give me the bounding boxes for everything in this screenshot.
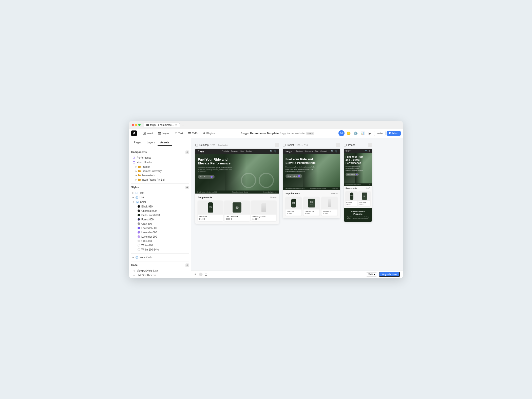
tab-pages[interactable]: Pages	[131, 140, 144, 146]
search-icon[interactable]: 🔍	[270, 150, 273, 153]
phone-shop-button[interactable]: Shop Products	[346, 173, 359, 176]
nav-company[interactable]: Company	[231, 150, 238, 152]
view-all-link[interactable]: View All	[270, 196, 276, 198]
invite-button[interactable]: Invite	[374, 131, 386, 136]
desktop-shop-button[interactable]: Shop Products	[198, 175, 215, 179]
add-code-button[interactable]: +	[185, 263, 189, 267]
product-slow-carb[interactable]: SLOWCARB Slow Carb 24,99 €	[198, 201, 223, 221]
analytics-button[interactable]: 📊	[360, 130, 366, 136]
t-product-slow-carb[interactable]: SLOWCARB Slow Carb 24,99 €	[286, 197, 301, 216]
t-nav-products[interactable]: Products	[296, 150, 303, 152]
phone-preview: fnrgy 🔍 ☰	[344, 149, 372, 222]
t-cart-icon[interactable]: 🛒	[335, 150, 337, 153]
color-gray-500[interactable]: Gray-500	[136, 222, 189, 226]
nav-products[interactable]: Products	[222, 150, 229, 152]
nav-contact[interactable]: Contact	[246, 150, 252, 152]
cart-icon[interactable]: 🛒	[274, 150, 276, 153]
tablet-shop-button[interactable]: Shop Products	[286, 174, 302, 178]
zoom-chevron: ▾	[374, 273, 375, 276]
color-lavender-200[interactable]: Lavender-200	[136, 235, 189, 239]
color-white-100[interactable]: White-100	[136, 243, 189, 248]
color-lavender-300[interactable]: Lavender-300	[136, 230, 189, 235]
svg-rect-5	[158, 134, 161, 135]
publish-button[interactable]: Publish	[387, 131, 401, 136]
t-nav-contact[interactable]: Contact	[320, 150, 327, 152]
tab-layers[interactable]: Layers	[144, 140, 158, 146]
p-search-icon[interactable]: 🔍	[365, 150, 368, 152]
tablet-hero-desc: Premium supplements for cyclists, crafte…	[286, 166, 318, 172]
sidebar-item-color[interactable]: ▼ Color	[131, 200, 189, 204]
nav-blog[interactable]: Blog	[240, 150, 244, 152]
t-fast-carb-price: 29,99 €	[305, 213, 318, 214]
sidebar-item-text[interactable]: ▶ T Text	[131, 191, 189, 195]
add-breakpoint-button[interactable]: +	[275, 143, 279, 147]
settings-button[interactable]: ⚙️	[353, 130, 359, 136]
code-hide-scrollbar[interactable]: </> HideScrollbar.tsx	[131, 273, 189, 278]
phone-frame-icon	[344, 144, 347, 146]
tab-close[interactable]: ✕	[175, 124, 177, 126]
tab-assets[interactable]: Assets	[158, 140, 172, 146]
group-framestack[interactable]: ▶ Framestack	[134, 173, 189, 178]
new-tab-button[interactable]: +	[181, 123, 185, 127]
swatch-white-100	[138, 244, 140, 246]
insert-button[interactable]: Insert	[141, 131, 155, 136]
t-view-all-link[interactable]: View All	[331, 193, 337, 194]
code-preloader[interactable]: </> PreloaderOnce.tsx	[131, 278, 189, 278]
cursor-tool[interactable]: ↖	[194, 273, 197, 276]
group-insert-frame[interactable]: ▶ Insert Frame Pty Ltd	[134, 178, 189, 182]
cms-button[interactable]: CMS	[186, 131, 199, 136]
add-component-button[interactable]: +	[185, 150, 189, 154]
framer-logo[interactable]	[131, 130, 137, 136]
folder-icon-4	[138, 178, 141, 181]
color-forest-800[interactable]: Forest-800	[136, 217, 189, 222]
color-charcoal-900[interactable]: Charcoal-900	[136, 209, 189, 213]
user-avatar[interactable]: BS	[338, 130, 345, 136]
t-product-recovery[interactable]: Recovery Sh... 24,99 €	[321, 197, 337, 216]
layout-button[interactable]: Layout	[156, 131, 171, 136]
tablet-hero-title: Fuel Your Ride andElevate Performance	[286, 158, 318, 165]
add-style-button[interactable]: +	[185, 186, 189, 189]
emoji-button[interactable]: 🙂	[346, 130, 352, 136]
product-recovery[interactable]: Recovery Shake 24,99 €	[251, 201, 276, 221]
square-tool[interactable]: ◻	[205, 273, 207, 276]
p-product-fast-carb[interactable]: FASTCARB Fast Carb H... 29,99 €	[358, 191, 370, 206]
p-product-slow-carb[interactable]: SLOWCARB Slow Carb 24,99 €	[346, 191, 357, 206]
components-header: Components +	[131, 150, 189, 154]
plugins-button[interactable]: Plugins	[201, 131, 217, 136]
code-viewport-height[interactable]: </> ViewportHeight.tsx	[131, 269, 189, 273]
slow-carb-bottle-label: SLOWCARB	[209, 206, 212, 209]
tablet-logo: fnrgy	[286, 150, 292, 153]
color-style-label: Color	[140, 201, 146, 203]
component-icon	[132, 156, 136, 159]
preview-button[interactable]: ▶	[367, 130, 373, 136]
text-button[interactable]: T Text	[173, 131, 185, 136]
canvas-content[interactable]: Desktop 1200 Breakpoint + fnrgy Products…	[191, 138, 403, 271]
sidebar-item-link[interactable]: ▶ L Link	[131, 195, 189, 200]
color-lavender-500[interactable]: Lavender-500	[136, 226, 189, 230]
color-gray-150[interactable]: Gray-150	[136, 239, 189, 243]
circle-tool[interactable]: ⚪	[199, 273, 203, 276]
t-nav-blog[interactable]: Blog	[315, 150, 318, 152]
t-search-icon[interactable]: 🔍	[331, 150, 334, 153]
upgrade-now-button[interactable]: Upgrade Now	[379, 272, 400, 277]
fast-carb-img: FASTCARBHEAT	[224, 201, 250, 215]
add-tablet-button[interactable]: +	[336, 143, 340, 147]
link-style-icon: L	[135, 196, 138, 199]
color-dark-forest[interactable]: Dark-Forest-900	[136, 213, 189, 217]
browser-tab[interactable]: fnrgy - Ecommerce... ✕	[144, 123, 180, 127]
zoom-control[interactable]: 49% ▾	[366, 272, 377, 277]
color-white-64[interactable]: White-100 64%	[136, 248, 189, 252]
t-nav-company[interactable]: Company	[305, 150, 313, 152]
sidebar-item-performance[interactable]: Performance	[131, 156, 189, 160]
t-product-fast-carb[interactable]: FASTCARBHEAT Fast Carb He... 29,99 €	[303, 197, 319, 216]
sidebar-item-video-header[interactable]: Video Header	[131, 160, 189, 165]
p-menu-icon[interactable]: ☰	[369, 150, 370, 152]
p-view-all[interactable]: View All	[366, 187, 370, 189]
product-fast-carb[interactable]: FASTCARBHEAT Fast Carb Heat 29,99 €	[224, 201, 250, 221]
group-framer[interactable]: ▶ Framer	[134, 165, 189, 169]
color-black-999[interactable]: Black-999	[136, 204, 189, 209]
group-framer-university[interactable]: ▶ Framer University	[134, 169, 189, 173]
sidebar-item-inline-code[interactable]: ▶ {} Inline Code	[131, 255, 189, 260]
add-phone-button[interactable]: +	[368, 143, 372, 147]
tablet-preview: fnrgy Products Company Blog Contact 🔍 🛒	[283, 149, 340, 218]
